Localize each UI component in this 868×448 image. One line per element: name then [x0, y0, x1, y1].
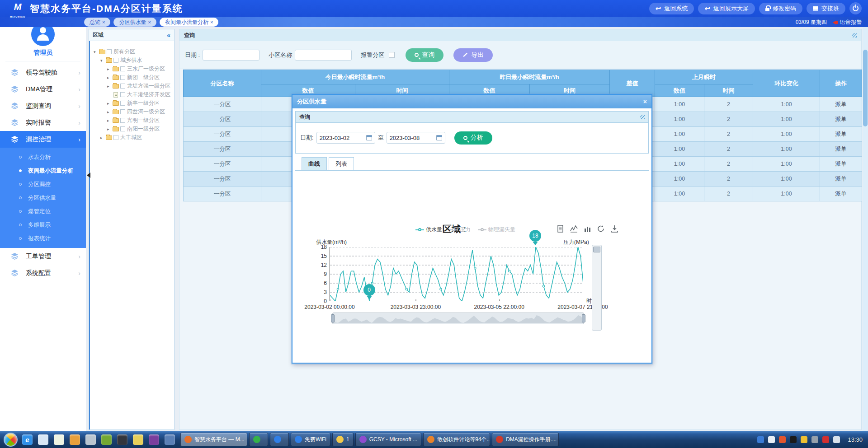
tree-node-新丰一级分区[interactable]: ▸新丰一级分区	[93, 99, 172, 107]
sidebar-subitem-报表统计[interactable]: 报表统计	[0, 232, 86, 245]
projector-icon[interactable]	[85, 434, 96, 445]
sidebar-subitem-夜间最小流量分析[interactable]: 夜间最小流量分析	[0, 164, 86, 177]
modal-tab-列表[interactable]: 列表	[329, 157, 354, 170]
tree-checkbox[interactable]	[120, 109, 125, 114]
logout-button[interactable]	[849, 2, 862, 14]
sidebar-collapse-arrow-icon[interactable]	[84, 173, 90, 178]
explorer-icon[interactable]	[38, 434, 48, 445]
sidebar-item-领导驾驶舱[interactable]: 领导驾驶舱›	[0, 64, 86, 81]
tree-node-大丰港经济开发区[interactable]: 大丰港经济开发区	[93, 90, 172, 99]
datazoom-horizontal-slider[interactable]	[332, 313, 584, 324]
legend-item-物理漏失量[interactable]: 物理漏失量	[478, 226, 515, 233]
dispatch-action[interactable]: 派单	[820, 157, 862, 172]
shift-change-button[interactable]: 交接班	[807, 3, 845, 14]
col-header-value[interactable]: 数值	[655, 84, 704, 97]
slider-handle-top[interactable]	[593, 247, 600, 252]
sidebar-item-工单管理[interactable]: 工单管理›	[0, 248, 86, 265]
caret-collapsed-icon[interactable]: ▸	[107, 75, 113, 80]
slider-handle-left[interactable]	[331, 314, 335, 322]
download-icon[interactable]	[611, 225, 618, 233]
tray-network-icon[interactable]	[833, 436, 840, 443]
tree-checkbox[interactable]	[120, 126, 125, 131]
caret-expanded-icon[interactable]: ▾	[94, 50, 99, 54]
tab-总览[interactable]: 总览×	[84, 18, 110, 27]
date-from-input[interactable]: 2023-03-02	[316, 132, 375, 144]
tree-checkbox[interactable]	[113, 135, 118, 140]
caret-expanded-icon[interactable]: ▾	[100, 58, 106, 63]
caret-collapsed-icon[interactable]: ▸	[100, 135, 106, 140]
tab-close-icon[interactable]: ×	[210, 19, 213, 25]
barchart-icon[interactable]	[584, 225, 591, 233]
export-button[interactable]: 导出	[453, 48, 493, 62]
tree-node-大丰城区[interactable]: ▸大丰城区	[93, 133, 172, 142]
date-input[interactable]	[203, 50, 259, 61]
col-header-time[interactable]: 时间	[704, 84, 753, 97]
dispatch-action[interactable]: 派单	[820, 172, 862, 187]
calendar-picker-icon[interactable]	[436, 135, 442, 140]
col-header-today-group[interactable]: 今日最小瞬时流量m³/h	[261, 70, 449, 84]
ie-icon[interactable]: e	[22, 434, 33, 445]
linechart-icon[interactable]	[570, 225, 578, 233]
taskbar-window-敢创软件讨论等94个...[interactable]: 敢创软件讨论等94个...	[423, 433, 490, 446]
tree-node-四岔河一级分区[interactable]: ▸四岔河一级分区	[93, 107, 172, 116]
tree-checkbox[interactable]	[120, 84, 125, 89]
sidebar-subitem-水表分析[interactable]: 水表分析	[0, 150, 86, 164]
snipping-icon[interactable]	[133, 434, 143, 445]
taskbar-window-免费WiFi[interactable]: 免费WiFi	[291, 433, 330, 446]
resize-icon[interactable]	[852, 33, 857, 37]
tray-ring-icon[interactable]	[768, 436, 775, 443]
tray-speaker-red-icon[interactable]	[822, 436, 829, 443]
modal-close-icon[interactable]: ×	[643, 98, 647, 105]
page-scrollbar[interactable]	[863, 27, 868, 431]
tab-close-icon[interactable]: ×	[102, 19, 105, 25]
return-system-button[interactable]: ↩返回系统	[649, 3, 694, 14]
tree-node-龙堤方强一级分区[interactable]: ▸龙堤方强一级分区	[93, 82, 172, 90]
paint-icon[interactable]	[70, 434, 80, 445]
taskbar-window-browser-blue-icon[interactable]	[270, 433, 289, 446]
sidebar-item-漏控治理[interactable]: 漏控治理›	[0, 131, 86, 148]
taskbar-window-GCSY - Microsoft ...[interactable]: GCSY - Microsoft ...	[355, 433, 421, 446]
return-bigscreen-button[interactable]: ↩返回展示大屏	[698, 3, 755, 14]
tree-checkbox[interactable]	[120, 75, 125, 80]
sidebar-item-系统配置[interactable]: 系统配置›	[0, 265, 86, 281]
tab-夜间最小流量分析[interactable]: 夜间最小流量分析×	[160, 18, 218, 27]
dispatch-action[interactable]: 派单	[820, 112, 862, 127]
taskbar-window-DMA漏控操作手册....[interactable]: DMA漏控操作手册....	[492, 433, 559, 446]
tray-qq-icon[interactable]	[790, 436, 797, 443]
modal-tab-曲线[interactable]: 曲线	[302, 157, 327, 170]
taskbar-window-1[interactable]: 1	[332, 433, 354, 446]
taskbar-window-智慧水务平台 — M...[interactable]: 智慧水务平台 — M...	[180, 433, 247, 446]
start-button[interactable]	[4, 433, 18, 447]
tray-app-blue-icon[interactable]	[757, 436, 764, 443]
sidebar-subitem-多维展示[interactable]: 多维展示	[0, 218, 86, 232]
resize-icon[interactable]	[640, 115, 645, 119]
media-icon[interactable]	[117, 434, 127, 445]
caret-collapsed-icon[interactable]: ▸	[107, 84, 113, 89]
slider-handle-right[interactable]	[582, 314, 585, 322]
voice-alarm-label[interactable]: 语音报警	[840, 19, 862, 26]
taskbar-window-browser-green-icon[interactable]	[249, 433, 268, 446]
legend-item-供水量[interactable]: 供水量	[415, 226, 442, 233]
caret-collapsed-icon[interactable]: ▸	[107, 101, 113, 106]
dispatch-action[interactable]: 派单	[820, 97, 862, 112]
sidebar-item-监测查询[interactable]: 监测查询›	[0, 98, 86, 114]
calendar-picker-icon[interactable]	[366, 135, 372, 140]
tree-node-新团一级分区[interactable]: ▸新团一级分区	[93, 73, 172, 82]
tree-checkbox[interactable]	[113, 58, 118, 63]
sidebar-subitem-分区供水量[interactable]: 分区供水量	[0, 191, 86, 205]
sidebar-subitem-爆管定位[interactable]: 爆管定位	[0, 205, 86, 218]
taskbar-clock[interactable]: 13:30	[848, 436, 863, 443]
tree-checkbox[interactable]	[120, 118, 125, 123]
player-icon[interactable]	[149, 434, 159, 445]
dataview-icon[interactable]	[557, 225, 564, 233]
tree-collapse-icon[interactable]: «	[167, 32, 170, 39]
devices-icon[interactable]	[165, 434, 175, 445]
col-header-ratio[interactable]: 环比变化	[753, 70, 820, 97]
tree-checkbox[interactable]	[120, 92, 125, 97]
caret-collapsed-icon[interactable]: ▸	[107, 127, 113, 131]
datazoom-vertical-slider[interactable]	[592, 245, 602, 331]
search-button[interactable]: 查询	[406, 48, 443, 62]
col-header-diff[interactable]: 差值	[610, 70, 655, 97]
tree-node-所有分区[interactable]: ▾所有分区	[93, 47, 172, 56]
col-header-yesterday-group[interactable]: 昨日最小瞬时流量m³/h	[449, 70, 610, 84]
